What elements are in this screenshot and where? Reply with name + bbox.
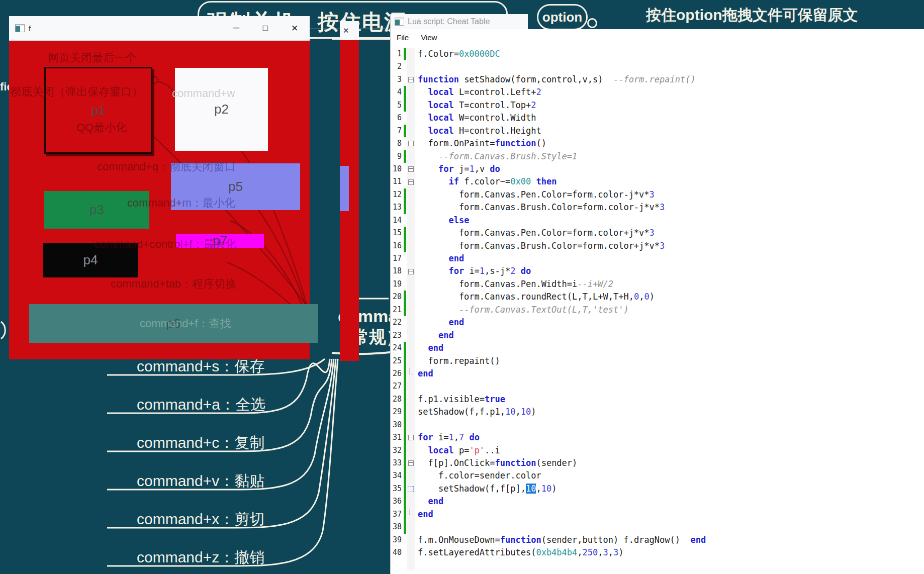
fold-marker-column[interactable]: [407, 48, 415, 570]
change-bar: [403, 227, 407, 239]
code-line[interactable]: else: [415, 214, 924, 227]
change-bar-column: [403, 48, 407, 559]
code-line[interactable]: if f.color~=0x00 then: [415, 175, 924, 188]
code-line[interactable]: f.setLayeredAttributes(0xb4b4b4,250,3,3): [415, 546, 924, 559]
minimize-button[interactable]: ─: [225, 19, 247, 38]
code-line[interactable]: f.m.OnMouseDown=function(sender,button) …: [415, 534, 924, 546]
code-line[interactable]: local L=control.Left+2: [415, 86, 924, 99]
code-line[interactable]: local H=control.Height: [415, 125, 924, 137]
code-line[interactable]: f.color=sender.color: [415, 469, 924, 482]
code-token: [418, 445, 428, 455]
code-line[interactable]: --form.Canvas.Brush.Style=1: [415, 150, 924, 163]
code-token: do: [469, 432, 479, 442]
code-line[interactable]: form.Canvas.Brush.Color=form.color+j*v*3: [415, 240, 924, 252]
code-token: f.p1.visible=: [418, 394, 485, 404]
fold-guide: [407, 278, 415, 291]
code-line[interactable]: end: [415, 316, 924, 329]
code-line[interactable]: form.Canvas.Pen.Width=i--i+W/2: [415, 278, 924, 291]
code-line[interactable]: end: [415, 495, 924, 508]
code-line[interactable]: f.Color=0x0000DC: [415, 48, 924, 60]
code-line[interactable]: end: [415, 342, 924, 354]
fold-collapse-icon[interactable]: [407, 73, 415, 86]
code-line[interactable]: form.Canvas.roundRect(L,T,L+W,T+H,0,0): [415, 291, 924, 303]
code-line[interactable]: end: [415, 329, 924, 342]
code-token: do: [490, 164, 500, 174]
code-line[interactable]: local T=control.Top+2: [415, 99, 924, 112]
fold-guide: [407, 546, 415, 559]
code-line[interactable]: --form.Canvas.TextOut(L,T,'test'): [415, 304, 924, 316]
code-line[interactable]: for i=1,7 do: [415, 431, 924, 444]
code-lines[interactable]: f.Color=0x0000DCfunction setShadow(form,…: [415, 48, 924, 559]
code-line[interactable]: end: [415, 367, 924, 380]
code-line[interactable]: form.repaint(): [415, 355, 924, 367]
selected-text: 10: [526, 484, 536, 494]
fold-collapse-icon[interactable]: [407, 431, 415, 444]
code-line[interactable]: form.OnPaint=function(): [415, 137, 924, 150]
ghost-text-span: 彻底关闭窗口: [169, 160, 236, 173]
change-bar: [403, 265, 407, 277]
code-token: 3: [650, 228, 655, 238]
code-line[interactable]: [415, 380, 924, 393]
code-token: ): [551, 484, 557, 494]
code-line[interactable]: end: [415, 508, 924, 521]
code-token: [418, 496, 428, 506]
fold-collapse-icon[interactable]: [407, 137, 415, 150]
panel-p2[interactable]: p2: [175, 68, 268, 151]
form-window-icon: [15, 24, 25, 32]
fold-collapse-icon[interactable]: [407, 163, 415, 175]
code-line[interactable]: f.p1.visible=true: [415, 393, 924, 406]
mindmap-command-node: command+a：全选: [137, 395, 265, 415]
code-line[interactable]: [415, 521, 924, 533]
mindmap-command-node: command+x：剪切: [137, 509, 264, 530]
menu-file[interactable]: File: [391, 33, 415, 42]
panel-p1[interactable]: p1: [44, 67, 152, 154]
change-bar: [403, 86, 407, 99]
change-bar: [403, 534, 407, 546]
line-number: 11: [391, 175, 403, 188]
fold-collapse-icon[interactable]: [407, 175, 415, 188]
code-token: form.Canvas.Brush.Color=form.color+j*v*: [418, 241, 660, 251]
code-line[interactable]: f[p].OnClick=function(sender): [415, 457, 924, 469]
close-button[interactable]: ✕: [284, 19, 306, 38]
hidden-window-titlebar: ✕: [340, 21, 359, 40]
menu-view[interactable]: View: [415, 33, 443, 42]
branch-circle-icon: [587, 18, 597, 28]
close-icon[interactable]: ✕: [343, 26, 349, 35]
code-line[interactable]: local W=control.Width: [415, 112, 924, 124]
code-editor[interactable]: 1234567891011121314151617181920212223242…: [391, 45, 924, 574]
code-line[interactable]: [415, 419, 924, 431]
ghost-text: QQ最小化: [76, 120, 127, 135]
fold-guide: [407, 380, 415, 393]
line-number: 7: [391, 125, 403, 137]
fold-guide: [407, 419, 415, 431]
code-line[interactable]: for i=1,s-j*2 do: [415, 265, 924, 277]
form-window[interactable]: p1p2p5p3p7p4p6 网页关闭最后一个彻底关闭（弹出保存窗口）QQ最小化…: [9, 16, 310, 359]
fold-collapse-icon[interactable]: [407, 265, 415, 277]
code-line[interactable]: local p='p'..i: [415, 444, 924, 457]
fold-dashed-icon[interactable]: [407, 483, 415, 495]
maximize-button[interactable]: □: [254, 19, 276, 38]
code-line[interactable]: [415, 60, 924, 73]
line-number: 20: [391, 291, 403, 303]
form-titlebar[interactable]: f ─ □ ✕: [9, 16, 310, 41]
change-bar: [403, 188, 407, 201]
code-line[interactable]: form.Canvas.Pen.Color=form.color-j*v*3: [415, 188, 924, 201]
code-line[interactable]: setShadow(f,f.p1,10,10): [415, 406, 924, 418]
code-line[interactable]: form.Canvas.Brush.Color=form.color-j*v*3: [415, 201, 924, 214]
code-line[interactable]: setShadow(f,f[p],10,10): [415, 483, 924, 495]
fold-guide: [407, 86, 415, 99]
line-number: 35: [391, 483, 403, 495]
line-number: 13: [391, 201, 403, 214]
code-line[interactable]: for j=1,v do: [415, 163, 924, 175]
code-token: ,: [639, 292, 644, 302]
fold-guide: [407, 60, 415, 73]
code-line[interactable]: form.Canvas.Pen.Color=form.color+j*v*3: [415, 227, 924, 239]
code-line[interactable]: function setShadow(form,control,v,s) --f…: [415, 73, 924, 86]
code-line[interactable]: end: [415, 252, 924, 265]
change-bar: [403, 457, 407, 469]
fold-collapse-icon[interactable]: [407, 457, 415, 469]
fold-guide: [407, 240, 415, 252]
code-token: [418, 176, 448, 186]
ghost-text-span: 网页关闭最后一个: [48, 51, 136, 64]
fold-guide: [407, 112, 415, 124]
